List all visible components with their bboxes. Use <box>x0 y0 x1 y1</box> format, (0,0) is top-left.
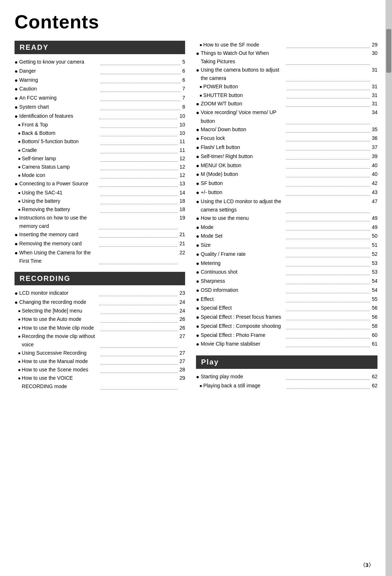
toc-page-number: 56 <box>372 313 377 321</box>
round-bullet: ● <box>196 134 199 143</box>
toc-entry-label: ZOOM W/T button <box>201 100 285 108</box>
toc-entry-label: Back & Bottom <box>22 129 99 137</box>
list-item: ■Recording the movie clip without voice2… <box>15 332 185 349</box>
toc-page-number: 42 <box>372 179 377 188</box>
toc-page-number: 11 <box>179 137 185 146</box>
toc-page-number: 56 <box>372 304 377 312</box>
dots-fill <box>287 382 370 389</box>
round-bullet: ● <box>15 230 18 239</box>
list-item: ●An FCC warning7 <box>15 94 185 103</box>
list-item: ●Removing the memory card21 <box>15 239 185 249</box>
list-item: ●Voice recording/ Voice memo/ UP button3… <box>196 108 377 125</box>
toc-page-number: 24 <box>179 307 185 315</box>
toc-entry-label: Voice recording/ Voice memo/ UP button <box>201 108 285 125</box>
toc-page-number: 8 <box>182 103 185 111</box>
toc-entry-label: How to use the Auto mode <box>22 315 99 323</box>
toc-entry-label: Using the camera buttons to adjust the c… <box>201 66 285 82</box>
round-bullet: ● <box>196 331 199 340</box>
toc-entry-label: Removing the memory card <box>19 239 98 248</box>
list-item: ●LCD monitor indicator23 <box>15 289 185 298</box>
toc-page-number: 35 <box>372 125 377 134</box>
dots-fill <box>101 94 181 101</box>
dots-fill <box>99 298 178 305</box>
list-item: ■Cradle11 <box>15 146 185 154</box>
list-item: ■How to use the Auto mode26 <box>15 315 185 323</box>
dots-fill <box>286 250 370 257</box>
toc-page-number: 28 <box>179 366 185 374</box>
dots-fill <box>286 188 370 196</box>
dots-fill <box>101 67 181 74</box>
toc-page-number: 24 <box>179 298 185 306</box>
toc-entry-label: Mode Set <box>201 232 285 240</box>
toc-entry-label: An FCC warning <box>19 94 99 102</box>
dots-fill <box>286 179 370 186</box>
square-bullet: ■ <box>18 334 20 340</box>
dots-fill <box>100 374 177 390</box>
round-bullet: ● <box>196 372 199 382</box>
ready-section-header: READY <box>15 41 185 54</box>
list-item: ●SF button42 <box>196 179 377 188</box>
toc-page-number: 22 <box>179 249 185 265</box>
toc-entry-label: Cradle <box>22 146 99 154</box>
round-bullet: ● <box>196 188 199 197</box>
square-bullet: ■ <box>18 325 20 331</box>
list-item: ●How to use the menu49 <box>196 214 377 223</box>
square-bullet: ■ <box>18 359 20 365</box>
right-column: ■How to use the SF mode29●Things to Watc… <box>196 41 377 397</box>
toc-entry-label: Using the battery <box>22 197 99 205</box>
list-item: ●Special Effect : Composite shooting58 <box>196 322 377 331</box>
toc-entry-label: Recording the movie clip without voice <box>22 332 99 349</box>
round-bullet: ● <box>196 241 199 250</box>
toc-entry-label: Flash/ Left button <box>201 143 285 152</box>
dots-fill <box>99 180 178 187</box>
scrollbar-thumb <box>386 29 391 73</box>
square-bullet: ■ <box>18 164 20 170</box>
dots-fill <box>286 372 370 380</box>
list-item: ■Self-timer lamp12 <box>15 154 185 163</box>
toc-entry-label: Metering <box>201 259 285 267</box>
list-item: ●Movie Clip frame stabiliser61 <box>196 340 377 349</box>
square-bullet: ■ <box>18 130 20 137</box>
toc-entry-label: LCD monitor indicator <box>19 289 98 297</box>
list-item: ●Things to Watch Out for When Taking Pic… <box>196 49 377 66</box>
dots-fill <box>286 143 370 150</box>
recording-toc-list: ●LCD monitor indicator23●Changing the re… <box>15 289 185 391</box>
list-item: ■Mode icon12 <box>15 171 185 180</box>
round-bullet: ● <box>196 108 199 117</box>
toc-page-number: 39 <box>372 152 377 161</box>
dots-fill <box>286 223 370 230</box>
scrollbar[interactable] <box>385 0 392 576</box>
list-item: ■Using Successive Recording27 <box>15 349 185 357</box>
round-bullet: ● <box>196 340 199 349</box>
toc-entry-label: SHUTTER button <box>203 91 286 100</box>
toc-entry-label: Mode icon <box>22 171 99 180</box>
round-bullet: ● <box>15 76 18 85</box>
round-bullet: ● <box>15 67 18 76</box>
toc-page-number: 31 <box>372 100 377 108</box>
toc-entry-label: Bottom/ 5-function button <box>22 137 99 146</box>
list-item: ●Mode49 <box>196 223 377 232</box>
round-bullet: ● <box>196 152 199 161</box>
round-bullet: ● <box>196 214 199 223</box>
toc-page-number: 43 <box>372 188 377 197</box>
list-item: ●Using the LCD monitor to adjust the cam… <box>196 197 377 214</box>
list-item: ●Flash/ Left button37 <box>196 143 377 152</box>
toc-entry-label: Selecting the [Mode] menu <box>22 307 99 315</box>
dots-fill <box>286 108 370 124</box>
dots-fill <box>99 249 178 264</box>
dots-fill <box>99 289 178 296</box>
toc-page-number: 21 <box>179 239 185 248</box>
dots-fill <box>100 137 177 145</box>
list-item: ●Continuous shot53 <box>196 268 377 277</box>
round-bullet: ● <box>196 161 199 170</box>
toc-entry-label: Removing the battery <box>22 205 99 214</box>
round-bullet: ● <box>196 322 199 331</box>
toc-page-number: 29 <box>372 41 377 49</box>
toc-page-number: 19 <box>179 214 185 230</box>
recording-section-header: RECORDING <box>15 272 185 285</box>
toc-entry-label: How to use the menu <box>201 214 285 222</box>
toc-page-number: 53 <box>372 259 377 267</box>
dots-fill <box>100 366 177 373</box>
dots-fill <box>100 189 177 196</box>
toc-page-number: 5 <box>182 58 185 66</box>
